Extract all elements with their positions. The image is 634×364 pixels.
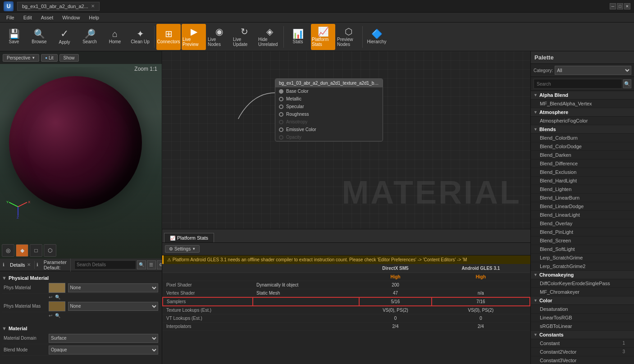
close-tab-button[interactable]: ✕ [91, 4, 95, 9]
palette-item-blend-lighten[interactable]: Blend_Lighten [531, 185, 634, 194]
phys-material-mask-search-icon[interactable]: 🔍 [55, 313, 60, 318]
physical-material-header: ▼ Physical Material [2, 274, 160, 282]
zoom-label: Zoom 1:1 [134, 66, 157, 72]
search-details-icon[interactable]: 🔍 [137, 260, 146, 269]
samplers-row: Samplers 5/16 7/16 [163, 297, 530, 306]
palette-item-diffcolor-keyer[interactable]: DiffColorKeyerErodeSinglePass [531, 279, 634, 288]
material-domain-row: Material Domain Surface [2, 332, 160, 344]
stats-button[interactable]: 📊 Stats [286, 24, 310, 50]
menu-file[interactable]: File [2, 14, 19, 21]
palette-item-blend-colordodge[interactable]: Blend_ColorDodge [531, 142, 634, 151]
phys-material-arrow-icon[interactable]: ↩ [49, 295, 52, 300]
palette-search-button[interactable]: 🔍 [623, 79, 631, 88]
details-options-icon[interactable]: ⚙ [157, 260, 162, 269]
palette-search-input[interactable] [534, 79, 622, 89]
save-button[interactable]: 💾 Save [2, 24, 26, 50]
palette-item-desaturation[interactable]: Desaturation [531, 305, 634, 314]
material-domain-select[interactable]: Surface [49, 334, 158, 343]
platform-stats-button[interactable]: 📈 Platform Stats [311, 24, 335, 50]
palette-item-blend-darken[interactable]: Blend_Darken [531, 151, 634, 159]
palette-item-srgb-tolinear[interactable]: sRGBToLinear [531, 322, 634, 331]
palette-item-linear-tosrgb[interactable]: LinearTosRGB [531, 314, 634, 322]
maximize-button[interactable]: □ [617, 3, 623, 9]
details-tab[interactable]: Details ✕ [6, 261, 35, 269]
lit-dropdown[interactable]: ● Lit [41, 54, 57, 62]
menu-asset[interactable]: Asset [36, 14, 58, 21]
palette-item-constant2vector[interactable]: Constant2Vector 3 [531, 348, 634, 356]
palette-item-atmospheric-fog[interactable]: AtmosphericFogColor [531, 117, 634, 125]
category-blends[interactable]: ▼ Blends [531, 125, 634, 134]
menu-window[interactable]: Window [58, 14, 84, 21]
settings-button[interactable]: ⚙ Settings ▼ [165, 245, 200, 253]
viewport-tool-2[interactable]: ◆ [16, 244, 28, 257]
palette-item-blend-colorburn[interactable]: Blend_ColorBurn [531, 134, 634, 142]
live-preview-button[interactable]: ▶ Live Preview [182, 24, 206, 50]
viewport-tool-1[interactable]: ◎ [2, 244, 14, 257]
palette-item-blend-exclusion[interactable]: Blend_Exclusion [531, 168, 634, 177]
details-info-icon: ℹ [3, 262, 5, 267]
minimize-button[interactable]: ─ [610, 3, 616, 9]
close-button[interactable]: ✕ [624, 3, 630, 9]
category-alpha-blend[interactable]: ▼ Alpha Blend [531, 91, 634, 100]
home-button[interactable]: ⌂ Home [103, 24, 127, 50]
material-node[interactable]: bg_ex1_03_abr_a2_dun_a2d1_texture_a2d1_b… [275, 78, 383, 141]
samplers-directx: 5/16 [359, 297, 432, 306]
apply-button[interactable]: ✓ Apply [52, 24, 77, 50]
col-header-android: Android GLES 3.1 [432, 264, 530, 273]
palette-category-select[interactable]: All [555, 66, 631, 75]
category-chromakeying[interactable]: ▼ Chromakeying [531, 271, 634, 279]
palette-item-blend-softlight[interactable]: Blend_SoftLight [531, 245, 634, 254]
pin-metallic: Metallic [275, 95, 383, 103]
menu-edit[interactable]: Edit [19, 14, 36, 21]
blend-mode-select[interactable]: Opaque [49, 346, 158, 355]
phys-material-select[interactable]: None [68, 283, 158, 292]
node-editor[interactable]: MATERIAL bg_ex1_03_abr_a2_dun_a2d1_textu… [162, 51, 530, 229]
blend-mode-value: Opaque [49, 346, 158, 355]
palette-item-lerp-scratchgrime[interactable]: Lerp_ScratchGrime [531, 254, 634, 262]
palette-item-constant3vector[interactable]: Constant3Vector [531, 356, 634, 364]
hide-unrelated-button[interactable]: ◈ Hide Unrelated [257, 24, 282, 50]
menu-help[interactable]: Help [84, 14, 104, 21]
search-button[interactable]: 🔎 Search [78, 24, 102, 50]
palette-item-blend-pinlight[interactable]: Blend_PinLight [531, 228, 634, 237]
vt-lookups-label: VT Lookups (Est.) [163, 314, 253, 323]
search-details-input[interactable] [74, 260, 136, 269]
palette-item-constant[interactable]: Constant 1 [531, 339, 634, 348]
details-list-icon[interactable]: ☰ [147, 260, 156, 269]
category-atmosphere[interactable]: ▼ Atmosphere [531, 108, 634, 117]
close-details-icon[interactable]: ✕ [27, 262, 31, 267]
palette-item-blend-lineardodge[interactable]: Blend_LinearDodge [531, 202, 634, 211]
viewport-tool-3[interactable]: □ [30, 244, 42, 257]
palette-item-blend-linearburn[interactable]: Blend_LinearBurn [531, 194, 634, 202]
palette-item-blend-screen[interactable]: Blend_Screen [531, 237, 634, 245]
hierarchy-button[interactable]: 🔷 Hierarchy [365, 24, 389, 50]
palette-item-lerp-scratchgrime2[interactable]: Lerp_ScratchGrime2 [531, 262, 634, 271]
android-status: High [432, 273, 530, 281]
perspective-dropdown[interactable]: Perspective ▼ [3, 54, 39, 62]
live-nodes-button[interactable]: ◉ Live Nodes [207, 24, 231, 50]
live-update-button[interactable]: ↻ Live Update [232, 24, 256, 50]
palette-item-blend-overlay[interactable]: Blend_Overlay [531, 219, 634, 228]
palette-item-blend-difference[interactable]: Blend_Difference [531, 159, 634, 168]
directx-status: High [359, 273, 432, 281]
cleanup-button[interactable]: ✦ Clean Up [128, 24, 152, 50]
palette-item-blend-linearlight[interactable]: Blend_LinearLight [531, 211, 634, 219]
show-dropdown[interactable]: Show [59, 54, 79, 62]
phys-material-mask-select[interactable]: None [68, 302, 158, 311]
phys-material-search-icon[interactable]: 🔍 [55, 295, 60, 300]
category-color[interactable]: ▼ Color [531, 296, 634, 305]
palette-item-mf-chromakeyer[interactable]: MF_Chromakeyer [531, 288, 634, 296]
category-constants[interactable]: ▼ Constants [531, 331, 634, 339]
viewport-tool-4[interactable]: ⬡ [44, 244, 56, 257]
warning-bar: ⚠ Platform Android GLES 3.1 needs an off… [162, 255, 530, 264]
browse-button[interactable]: 🔍 Browse [27, 24, 51, 50]
platform-stats-tab[interactable]: 📈 Platform Stats [164, 233, 214, 242]
active-tab[interactable]: bg_ex1_03_abr_a2_dun_a2... ✕ [17, 2, 100, 11]
material-watermark: MATERIAL [342, 174, 521, 211]
palette-item-blend-hardlight[interactable]: Blend_HardLight [531, 177, 634, 185]
phys-material-mask-arrow-icon[interactable]: ↩ [49, 313, 52, 318]
preview-nodes-button[interactable]: ⬡ Preview Nodes [336, 24, 360, 50]
connectors-button[interactable]: ⊞ Connectors [156, 24, 181, 50]
palette-item-mf-blend-alpha[interactable]: MF_BlendAlpha_Vertex [531, 100, 634, 108]
params-tab[interactable]: Parameter Default: [40, 259, 71, 272]
